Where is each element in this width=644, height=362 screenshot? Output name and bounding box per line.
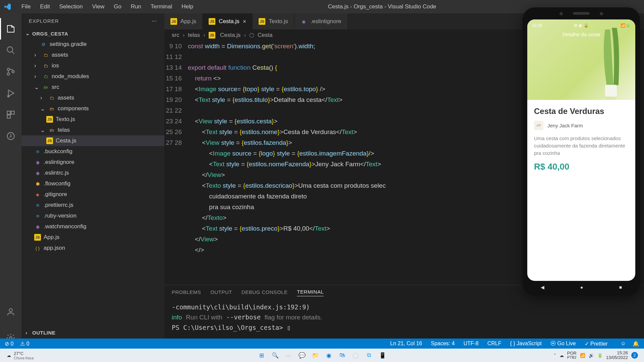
tree-item[interactable]: ◆.gitignore xyxy=(21,189,164,200)
status-item[interactable]: Ln 21, Col 16 xyxy=(390,341,422,347)
source-control-icon[interactable] xyxy=(0,61,21,82)
tree-item[interactable]: { }app.json xyxy=(21,243,164,253)
start-icon[interactable]: ⊞ xyxy=(257,350,267,360)
svg-rect-13 xyxy=(605,85,617,97)
status-errors[interactable]: ⊘ 0 xyxy=(5,341,13,347)
editor-tab[interactable]: JSCesta.js× xyxy=(203,13,253,29)
clock[interactable]: 15:26 13/05/2022 xyxy=(606,351,628,360)
tree-item[interactable]: ›🗀assets xyxy=(21,50,164,60)
menu-terminal[interactable]: Terminal xyxy=(147,2,176,11)
tree-item[interactable]: JSCesta.js xyxy=(21,135,164,146)
status-item[interactable]: { } JavaScript xyxy=(510,341,542,347)
editor-tab[interactable]: JSApp.js xyxy=(164,13,203,29)
battery-icon[interactable]: 🔋 xyxy=(597,353,603,358)
edge-icon[interactable]: ◉ xyxy=(324,350,334,360)
tree-item[interactable]: ⌄🗁src xyxy=(21,82,164,93)
search-icon[interactable]: 🔍 xyxy=(270,350,280,360)
home-icon[interactable]: ● xyxy=(580,285,583,290)
breadcrumb-item[interactable]: src xyxy=(172,32,179,39)
explorer-icon[interactable] xyxy=(0,18,21,40)
close-icon[interactable]: × xyxy=(243,18,247,25)
tree-item[interactable]: ›🗀assets xyxy=(21,93,164,103)
project-section[interactable]: ⌄ORGS_CESTA xyxy=(21,28,164,39)
account-icon[interactable] xyxy=(0,301,21,322)
run-debug-icon[interactable] xyxy=(0,82,21,104)
android-emulator[interactable]: 12:28 ⚙◐🔒 📶🔋 Detalhe da cesta Cesta de V… xyxy=(523,7,640,296)
phone-time: 12:28 xyxy=(532,23,542,28)
activity-bar xyxy=(0,13,21,349)
live-icon[interactable] xyxy=(0,125,21,147)
product-price: R$ 40,00 xyxy=(534,162,629,172)
menu-view[interactable]: View xyxy=(88,2,109,11)
tree-item[interactable]: ⌄🗁telas xyxy=(21,125,164,135)
svg-rect-9 xyxy=(7,115,10,118)
tree-item[interactable]: ›🗀ios xyxy=(21,60,164,71)
tree-item[interactable]: ⬢.flowconfig xyxy=(21,178,164,189)
phone-screen: 12:28 ⚙◐🔒 📶🔋 Detalhe da cesta Cesta de V… xyxy=(527,19,635,281)
taskview-icon[interactable]: ▭ xyxy=(283,350,293,360)
outline-section[interactable]: ›OUTLINE xyxy=(21,327,164,338)
editor-tab[interactable]: ◉.eslintignore xyxy=(294,13,348,29)
notification-icon[interactable]: 2 xyxy=(631,352,638,359)
menu-run[interactable]: Run xyxy=(127,2,145,11)
status-item[interactable]: ⦿ Go Live xyxy=(550,341,576,347)
menu-file[interactable]: File xyxy=(17,2,35,11)
breadcrumb-item[interactable]: Cesta xyxy=(258,32,272,39)
lang-1: POR xyxy=(567,351,577,355)
panel-tab[interactable]: TERMINAL xyxy=(297,289,324,296)
status-item[interactable]: ✓ Prettier xyxy=(585,341,608,347)
wifi-icon[interactable]: 📶 xyxy=(580,353,585,358)
menu-edit[interactable]: Edit xyxy=(36,2,54,11)
weather-widget[interactable]: ☁ 27°C Chuva fraca xyxy=(0,351,34,360)
tree-item[interactable]: ≋.prettierrc.js xyxy=(21,200,164,210)
editor-tab[interactable]: JSTexto.js xyxy=(253,13,294,29)
search-icon[interactable] xyxy=(0,40,21,61)
farm-row: JJF Jeny Jack Farm xyxy=(534,121,629,130)
chat-icon[interactable]: 💬 xyxy=(297,350,307,360)
breadcrumb-item[interactable]: Cesta.js xyxy=(220,32,240,39)
tree-item[interactable]: ›🗀node_modules xyxy=(21,71,164,82)
status-warnings[interactable]: ⚠ 0 xyxy=(20,341,29,347)
svg-rect-8 xyxy=(11,111,14,114)
store-icon[interactable]: 🛍 xyxy=(337,350,347,360)
status-item[interactable]: CRLF xyxy=(487,341,501,347)
svg-rect-14 xyxy=(606,97,616,99)
panel-tab[interactable]: OUTPUT xyxy=(210,289,232,296)
emulator-icon[interactable]: 📱 xyxy=(377,350,387,360)
more-icon[interactable]: ⋯ xyxy=(152,18,157,24)
system-tray[interactable]: ˄ ☁ POR PTB2 📶 🔊 🔋 15:26 13/05/2022 2 xyxy=(554,351,644,360)
chevron-up-icon[interactable]: ˄ xyxy=(554,353,556,358)
breadcrumb-item[interactable]: telas xyxy=(188,32,200,39)
extensions-icon[interactable] xyxy=(0,104,21,125)
tree-item[interactable]: ⌄🗁components xyxy=(21,103,164,114)
tree-item[interactable]: JSTexto.js xyxy=(21,114,164,125)
bell-icon[interactable]: 🔔 xyxy=(633,341,639,347)
panel-tab[interactable]: PROBLEMS xyxy=(172,289,201,296)
tree-item[interactable]: ⚙settings.gradle xyxy=(21,39,164,50)
panel-tab[interactable]: DEBUG CONSOLE xyxy=(241,289,287,296)
menu-selection[interactable]: Selection xyxy=(55,2,87,11)
vscode-icon[interactable]: ⧉ xyxy=(364,350,374,360)
status-item[interactable]: Spaces: 4 xyxy=(431,341,455,347)
volume-icon[interactable]: 🔊 xyxy=(589,353,594,358)
tree-item[interactable]: ◉.eslintignore xyxy=(21,157,164,168)
explorer-label: EXPLORER xyxy=(29,18,59,24)
tree-item[interactable]: ◉.watchmanconfig xyxy=(21,221,164,232)
tree-item[interactable]: ≋.buckconfig xyxy=(21,146,164,157)
project-name: ORGS_CESTA xyxy=(32,31,68,37)
onedrive-icon[interactable]: ☁ xyxy=(559,353,564,358)
tree-item[interactable]: ◉.eslintrc.js xyxy=(21,168,164,178)
vscode-logo-icon xyxy=(3,3,11,11)
status-item[interactable]: UTF-8 xyxy=(464,341,479,347)
back-icon[interactable]: ◀ xyxy=(541,285,544,290)
farm-name: Jeny Jack Farm xyxy=(547,123,583,128)
tree-item[interactable]: ≋.ruby-version xyxy=(21,210,164,221)
recent-icon[interactable]: ■ xyxy=(619,285,622,290)
dell-icon[interactable]: ◯ xyxy=(351,350,361,360)
menu-go[interactable]: Go xyxy=(110,2,125,11)
main-menu: FileEditSelectionViewGoRunTerminalHelp xyxy=(17,2,197,11)
tree-item[interactable]: JSApp.js xyxy=(21,232,164,243)
menu-help[interactable]: Help xyxy=(177,2,197,11)
explorer-icon[interactable]: 📁 xyxy=(310,350,320,360)
feedback-icon[interactable]: ☺ xyxy=(621,341,626,347)
